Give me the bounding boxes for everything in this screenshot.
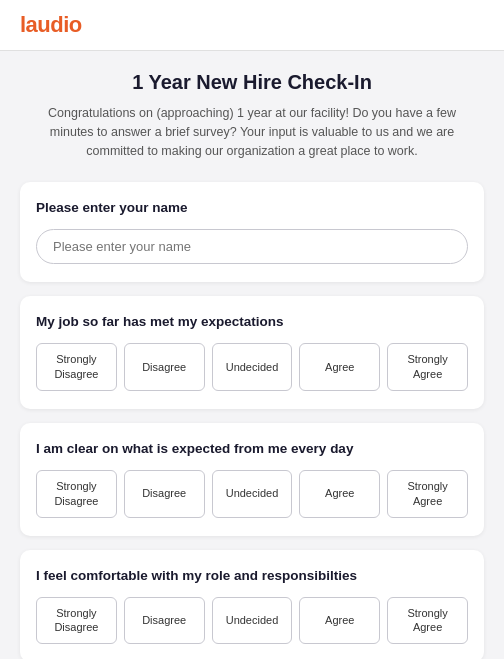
question-card-q2: I am clear on what is expected from me e… [20, 423, 484, 536]
logo: laudio [20, 12, 484, 38]
option-q1-0[interactable]: Strongly Disagree [36, 343, 117, 391]
options-row-q2: Strongly DisagreeDisagreeUndecidedAgreeS… [36, 470, 468, 518]
option-q2-0[interactable]: Strongly Disagree [36, 470, 117, 518]
option-q2-4[interactable]: Strongly Agree [387, 470, 468, 518]
options-row-q3: Strongly DisagreeDisagreeUndecidedAgreeS… [36, 597, 468, 645]
question-card-q1: My job so far has met my expectationsStr… [20, 296, 484, 409]
question-text-q1: My job so far has met my expectations [36, 314, 468, 329]
option-q2-1[interactable]: Disagree [124, 470, 205, 518]
logo-text-main: laud [20, 12, 63, 37]
option-q3-4[interactable]: Strongly Agree [387, 597, 468, 645]
option-q3-3[interactable]: Agree [299, 597, 380, 645]
option-q3-0[interactable]: Strongly Disagree [36, 597, 117, 645]
question-text-q2: I am clear on what is expected from me e… [36, 441, 468, 456]
option-q2-2[interactable]: Undecided [212, 470, 293, 518]
option-q3-1[interactable]: Disagree [124, 597, 205, 645]
name-input[interactable] [36, 229, 468, 264]
option-q1-3[interactable]: Agree [299, 343, 380, 391]
name-card: Please enter your name [20, 182, 484, 282]
option-q1-1[interactable]: Disagree [124, 343, 205, 391]
option-q2-3[interactable]: Agree [299, 470, 380, 518]
page-title: 1 Year New Hire Check-In [20, 71, 484, 94]
header: laudio [0, 0, 504, 51]
logo-accent: io [63, 12, 82, 37]
option-q1-4[interactable]: Strongly Agree [387, 343, 468, 391]
page-subtitle: Congratulations on (approaching) 1 year … [20, 104, 484, 160]
option-q3-2[interactable]: Undecided [212, 597, 293, 645]
question-card-q3: I feel comfortable with my role and resp… [20, 550, 484, 659]
options-row-q1: Strongly DisagreeDisagreeUndecidedAgreeS… [36, 343, 468, 391]
name-label: Please enter your name [36, 200, 468, 215]
question-text-q3: I feel comfortable with my role and resp… [36, 568, 468, 583]
option-q1-2[interactable]: Undecided [212, 343, 293, 391]
